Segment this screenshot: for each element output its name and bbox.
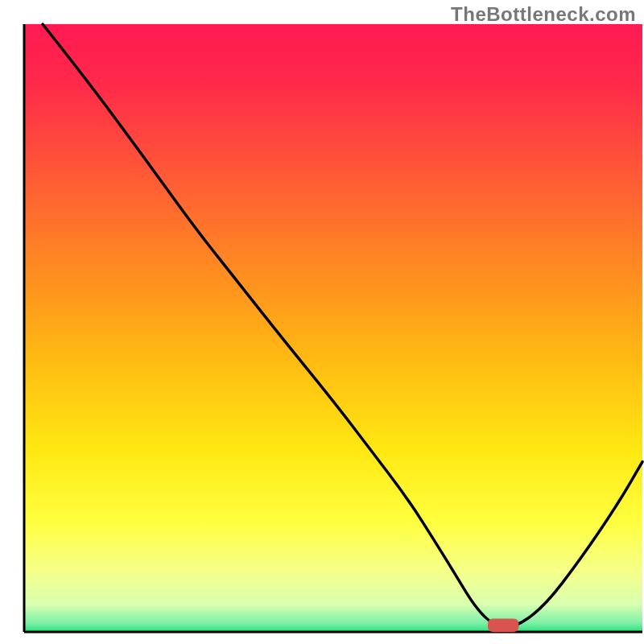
watermark-label: TheBottleneck.com — [451, 3, 636, 26]
bottleneck-chart — [0, 0, 644, 644]
chart-container: TheBottleneck.com — [0, 0, 644, 644]
plot-background — [24, 24, 642, 632]
optimal-marker — [488, 618, 518, 632]
